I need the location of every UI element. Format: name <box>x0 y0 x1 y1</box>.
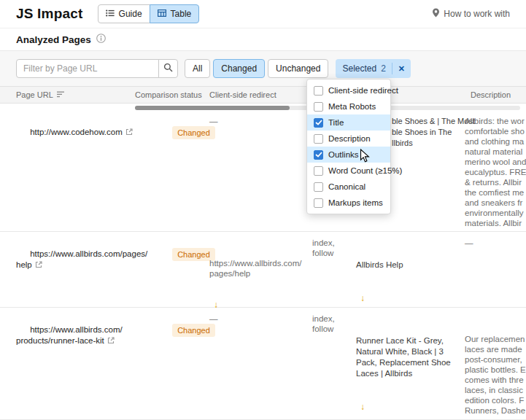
description-from: Our replacemen laces are made post-consu… <box>465 334 526 416</box>
search-icon <box>163 62 173 75</box>
checkbox[interactable] <box>314 182 323 192</box>
page-url-cell: https://www.allbirds.com/ products/runne… <box>16 314 123 358</box>
dropdown-item-meta-robots[interactable]: Meta Robots <box>307 98 390 114</box>
close-icon[interactable]: ✕ <box>392 64 411 74</box>
checkbox[interactable] <box>314 118 323 128</box>
info-icon[interactable] <box>96 33 106 46</box>
status-filter-group: All Changed Unchanged <box>185 59 328 78</box>
title-cell: Runner Lace Kit - Grey, Natural White, B… <box>356 314 451 420</box>
redirect-cell: — <box>209 314 218 324</box>
meta-robots-cell: index, follow <box>312 238 335 258</box>
description-cell: Allbirds: the wor comfortable sho and cl… <box>465 116 526 228</box>
title-cell: ble Shoes & | The Most ble Shoes in The … <box>392 116 475 149</box>
filter-unchanged-button[interactable]: Unchanged <box>268 59 328 78</box>
dropdown-item-client-side-redirect[interactable]: Client-side redirect <box>307 82 390 98</box>
selected-columns-button[interactable]: Selected 2 ✕ <box>336 59 411 78</box>
filter-all-button[interactable]: All <box>185 59 210 78</box>
checkbox[interactable] <box>314 150 323 160</box>
help-link-label: How to work with <box>444 9 510 19</box>
selected-label: Selected <box>336 63 381 74</box>
status-cell: Changed <box>158 314 215 347</box>
column-header-page-url: Page URL <box>16 90 64 99</box>
checkbox[interactable] <box>314 198 323 208</box>
dropdown-item-title[interactable]: Title <box>307 114 390 131</box>
page-url-cell: https://www.allbirds.com/pages/ help <box>16 238 147 282</box>
dropdown-item-label: Word Count (≥15%) <box>328 166 402 175</box>
table-icon <box>158 9 166 19</box>
checkbox[interactable] <box>314 134 323 144</box>
external-link-icon[interactable] <box>107 336 115 347</box>
list-icon <box>106 9 115 19</box>
filter-changed-button[interactable]: Changed <box>213 59 265 78</box>
status-badge: Changed <box>172 324 215 337</box>
column-header-comparison-status: Comparison status <box>135 90 202 99</box>
title-from: Runner Lace Kit - Grey, Natural White, B… <box>356 335 451 379</box>
external-link-icon[interactable] <box>125 128 133 139</box>
url-text: http://www.codehow.com <box>30 128 123 136</box>
column-header-description: Description <box>471 90 511 99</box>
table-row: https://www.allbirds.com/pages/ help Cha… <box>0 232 526 308</box>
dropdown-item-label: Markups items <box>328 198 383 207</box>
columns-dropdown: Client-side redirect Meta Robots Title D… <box>306 79 391 214</box>
search-button[interactable] <box>158 59 178 78</box>
dropdown-item-word-count[interactable]: Word Count (≥15%) <box>307 163 390 179</box>
dropdown-item-label: Client-side redirect <box>328 86 398 95</box>
change-arrow-icon: ↓ <box>360 293 414 303</box>
dropdown-item-canonical[interactable]: Canonical <box>307 179 390 195</box>
section-header: Analyzed Pages <box>0 28 526 51</box>
pin-icon <box>432 8 440 20</box>
help-link[interactable]: How to work with <box>432 8 510 20</box>
page-title: JS Impact <box>16 6 83 22</box>
redirect-cell: — <box>209 116 218 126</box>
dropdown-item-label: Meta Robots <box>328 102 376 111</box>
dropdown-item-markups-items[interactable]: Markups items <box>307 195 390 211</box>
checkbox[interactable] <box>314 86 323 96</box>
sort-icon[interactable] <box>57 90 64 99</box>
dropdown-item-description[interactable]: Description <box>307 131 390 147</box>
dropdown-item-label: Title <box>328 118 344 127</box>
js-impact-app: JS Impact Guide Table How to work with <box>0 0 526 420</box>
mouse-cursor <box>360 149 370 166</box>
filter-input[interactable] <box>16 59 159 78</box>
column-header-client-side-redirect: Client-side redirect <box>209 90 276 99</box>
page-url-cell: http://www.codehow.com <box>16 116 133 149</box>
table-label: Table <box>171 9 192 19</box>
toolbar: All Changed Unchanged Selected 2 ✕ <box>0 51 526 86</box>
checkbox[interactable] <box>314 102 323 112</box>
title-from: Allbirds Help <box>356 260 414 271</box>
dropdown-item-label: Canonical <box>328 182 366 191</box>
dropdown-item-label: Description <box>328 134 371 143</box>
table-button[interactable]: Table <box>150 4 200 23</box>
status-cell: Changed <box>158 238 215 271</box>
table-row: http://www.codehow.com Changed — ble Sho… <box>0 110 526 232</box>
change-arrow-icon: ↓ <box>360 402 451 412</box>
topbar: JS Impact Guide Table How to work with <box>0 0 526 28</box>
meta-robots-cell: index, follow <box>312 314 335 334</box>
status-cell: Changed <box>158 116 215 149</box>
dropdown-item-outlinks[interactable]: Outlinks <box>307 147 390 163</box>
selected-count: 2 <box>381 63 392 74</box>
table-header: Page URL Comparison status Client-side r… <box>0 86 526 104</box>
column-header-label: Page URL <box>16 90 53 99</box>
external-link-icon[interactable] <box>35 260 42 271</box>
guide-label: Guide <box>119 9 142 19</box>
checkbox[interactable] <box>314 166 323 176</box>
status-badge: Changed <box>172 126 215 139</box>
table-row: https://www.allbirds.com/ products/runne… <box>0 308 526 420</box>
view-toggle: Guide Table <box>98 4 200 23</box>
dropdown-item-label: Outlinks <box>328 150 359 159</box>
guide-button[interactable]: Guide <box>98 4 150 23</box>
description-cell: — <box>465 238 473 248</box>
description-cell: Our replacemen laces are made post-consu… <box>465 314 526 420</box>
section-title: Analyzed Pages <box>16 34 91 45</box>
redirect-from: https://www.allbirds.com/ pages/help <box>209 258 302 279</box>
